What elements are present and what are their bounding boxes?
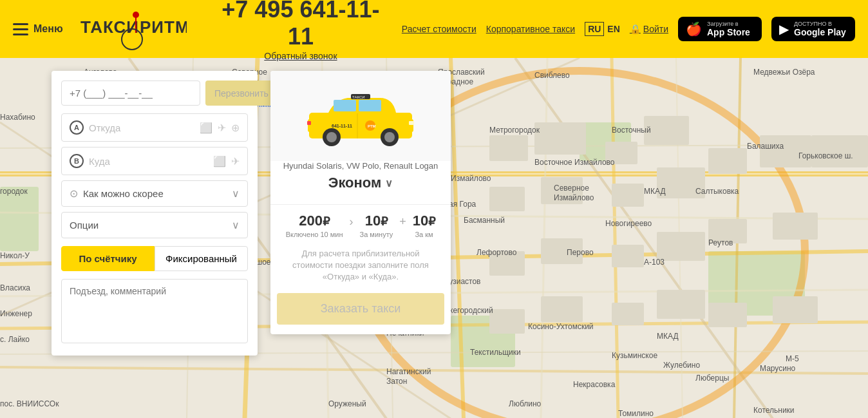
- lang-ru-button[interactable]: RU: [585, 22, 604, 36]
- callback-link[interactable]: Обратный звонок: [264, 51, 337, 61]
- divider: [270, 204, 451, 205]
- svg-rect-75: [307, 121, 311, 125]
- map-container[interactable]: Ангелово Путилково Северное Тушино Дегун…: [0, 58, 868, 418]
- left-panel: Перезвонить A Откуда ⬜ ✈ ⊕ B Куда ⬜ ✈: [52, 71, 258, 356]
- tab-fixed[interactable]: Фиксированный: [155, 246, 248, 271]
- to-address-row[interactable]: B Куда ⬜ ✈: [61, 147, 248, 175]
- hamburger-icon: [13, 23, 28, 35]
- svg-rect-50: [657, 232, 705, 261]
- nav-cost-link[interactable]: Расчет стоимости: [402, 24, 476, 34]
- svg-rect-56: [657, 290, 705, 319]
- car-class-selector[interactable]: Эконом ∨: [280, 175, 441, 191]
- options-selector[interactable]: Опции ∨: [61, 212, 248, 238]
- svg-rect-49: [612, 245, 644, 267]
- per-min-value: 10: [365, 213, 381, 229]
- to-marker: B: [70, 154, 84, 168]
- appstore-button[interactable]: 🍎 Загрузите в App Store: [678, 17, 762, 41]
- building-icon[interactable]: ⬜: [200, 122, 212, 134]
- per-km-label: За км: [413, 231, 435, 238]
- lock-icon: 🔒: [630, 24, 641, 34]
- plane-icon[interactable]: ✈: [218, 122, 226, 134]
- base-price-currency: ₽: [323, 215, 330, 228]
- class-chevron-icon: ∨: [385, 177, 393, 189]
- plane2-icon[interactable]: ✈: [231, 155, 240, 167]
- from-marker: A: [70, 120, 84, 135]
- per-min-price: 10₽ За минуту: [360, 213, 393, 238]
- phone-number[interactable]: +7 495 641-11-11: [212, 0, 389, 50]
- svg-text:641-11-11: 641-11-11: [332, 124, 352, 128]
- car-models: Hyundai Solaris, VW Polo, Renault Logan: [280, 161, 441, 171]
- svg-rect-47: [489, 251, 525, 276]
- time-label: Как можно скорее: [83, 188, 227, 199]
- apple-icon: 🍎: [686, 21, 702, 37]
- svg-rect-42: [541, 177, 583, 204]
- svg-rect-41: [489, 187, 525, 211]
- building2-icon[interactable]: ⬜: [213, 155, 226, 167]
- car-info: Hyundai Solaris, VW Polo, Renault Logan …: [270, 161, 451, 204]
- base-price-value: 200: [299, 213, 323, 229]
- lang-selector: RU EN: [585, 22, 620, 36]
- comment-input[interactable]: [61, 279, 248, 343]
- to-placeholder: Куда: [89, 156, 208, 167]
- car-panel: ТАКСИ 641-11-11 РТМ Hyundai Solaris, VW …: [270, 71, 451, 334]
- nav-corp-link[interactable]: Корпоративное такси: [486, 24, 575, 34]
- per-min-label: За минуту: [360, 231, 393, 238]
- svg-rect-58: [773, 296, 818, 323]
- options-chevron-icon: ∨: [232, 219, 240, 231]
- time-selector[interactable]: ⊙ Как можно скорее ∨: [61, 180, 248, 207]
- svg-rect-74: [409, 121, 414, 125]
- tariff-tabs: По счётчику Фиксированный: [61, 246, 248, 271]
- from-address-row[interactable]: A Откуда ⬜ ✈ ⊕: [61, 113, 248, 142]
- tab-meter[interactable]: По счётчику: [61, 246, 155, 271]
- per-km-currency: ₽: [428, 215, 435, 228]
- svg-text:ТАКСИ: ТАКСИ: [352, 95, 365, 99]
- car-class-label: Эконом: [328, 175, 382, 191]
- order-button[interactable]: Заказать такси: [277, 293, 444, 325]
- svg-rect-51: [708, 219, 747, 243]
- svg-rect-48: [541, 238, 583, 264]
- svg-point-68: [384, 132, 395, 142]
- options-label: Опции: [70, 220, 227, 231]
- svg-rect-45: [708, 148, 747, 174]
- pricing-row: 200₽ Включено 10 мин › 10₽ За минуту + 1…: [270, 213, 451, 248]
- svg-rect-61: [334, 100, 356, 111]
- svg-rect-43: [612, 184, 644, 207]
- svg-rect-53: [489, 309, 525, 334]
- base-price-label: Включено 10 мин: [286, 231, 343, 238]
- header: Меню ТАКСИ РИТМ +7 495 641-11-11 Обратны…: [0, 0, 868, 58]
- googleplay-button[interactable]: ▶ ДОСТУПНО В Google Play: [771, 17, 855, 41]
- lang-en-button[interactable]: EN: [607, 24, 619, 34]
- svg-point-2: [133, 12, 139, 18]
- svg-rect-62: [359, 100, 381, 111]
- fill-fields-text: Для расчета приблизительной стоимости по…: [270, 248, 451, 293]
- svg-rect-55: [612, 303, 644, 325]
- svg-rect-46: [760, 135, 811, 167]
- svg-rect-38: [534, 122, 586, 155]
- svg-point-66: [326, 132, 337, 142]
- pin-icon[interactable]: ⊕: [231, 122, 240, 134]
- base-price: 200₽ Включено 10 мин: [286, 213, 343, 238]
- menu-button[interactable]: Меню: [13, 23, 64, 35]
- svg-rect-10: [0, 187, 39, 251]
- arrow-separator: ›: [350, 213, 354, 229]
- svg-rect-54: [541, 296, 583, 322]
- svg-rect-57: [708, 303, 747, 327]
- callback-button[interactable]: Перезвонить: [205, 81, 278, 106]
- login-button[interactable]: 🔒 Войти: [630, 24, 668, 34]
- google-play-icon: ▶: [779, 21, 789, 37]
- phone-input[interactable]: [61, 81, 200, 106]
- svg-rect-44: [657, 167, 705, 198]
- logo[interactable]: ТАКСИ РИТМ: [77, 8, 187, 50]
- phone-area: +7 495 641-11-11 Обратный звонок: [212, 0, 389, 62]
- svg-rect-52: [773, 213, 818, 240]
- logo-svg: ТАКСИ РИТМ: [77, 8, 187, 50]
- plus-separator: +: [399, 213, 406, 229]
- menu-label: Меню: [33, 23, 63, 35]
- car-image-area: ТАКСИ 641-11-11 РТМ: [270, 71, 451, 161]
- from-placeholder: Откуда: [89, 122, 194, 133]
- svg-text:РИТМ: РИТМ: [140, 17, 187, 37]
- header-right: Расчет стоимости Корпоративное такси RU …: [402, 17, 855, 41]
- svg-text:ТАКСИ: ТАКСИ: [80, 17, 139, 37]
- svg-rect-59: [811, 135, 868, 167]
- svg-text:РТМ: РТМ: [368, 124, 376, 128]
